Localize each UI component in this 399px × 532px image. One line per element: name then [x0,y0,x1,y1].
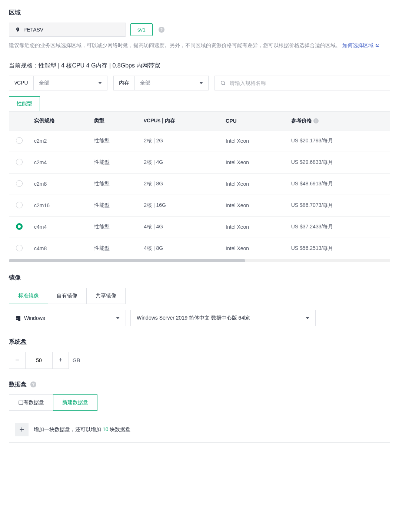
col-type: 类型 [90,112,139,130]
table-row[interactable]: c2m2 性能型 2核 | 2G Intel Xeon US $20.1793/… [9,130,390,152]
zone-button[interactable]: sv1 [130,23,153,36]
image-section: 镜像 标准镜像自有镜像共享镜像 Windows Windows Server 2… [9,274,390,326]
spec-price: US $48.6913/每月 [287,173,390,195]
data-disk-section: 数据盘 ? 已有数据盘新建数据盘 + 增加一块数据盘，还可以增加 10 块数据盘 [9,381,390,443]
spec-price: US $20.1793/每月 [287,130,390,152]
spec-type: 性能型 [90,238,139,259]
spec-price: US $56.2513/每月 [287,238,390,259]
add-disk-button[interactable]: + [15,423,29,436]
help-icon[interactable]: ? [30,381,36,387]
spec-radio[interactable] [16,180,23,187]
spec-cpu: Intel Xeon [221,216,287,238]
spec-radio[interactable] [16,137,23,144]
vcpu-filter[interactable]: vCPU 全部 [9,76,107,90]
horizontal-scrollbar[interactable] [9,259,390,262]
external-link-icon [375,43,379,48]
image-tabs: 标准镜像自有镜像共享镜像 [9,288,126,304]
spec-radio[interactable] [16,202,23,208]
table-row[interactable]: c4m8 性能型 4核 | 8G Intel Xeon US $56.2513/… [9,238,390,259]
col-cpu: CPU [221,112,287,130]
chevron-down-icon [306,317,309,319]
spec-vcpu: 4核 | 8G [139,238,221,259]
spec-name: c2m16 [30,195,90,216]
disk-size-input[interactable] [26,352,52,369]
col-vcpu: vCPUs | 内存 [139,112,221,130]
spec-name: c2m4 [30,152,90,173]
data-disk-title: 数据盘 ? [9,381,390,389]
search-icon [220,80,226,86]
spec-vcpu: 2核 | 2G [139,130,221,152]
spec-type: 性能型 [90,152,139,173]
data-disk-tabs: 已有数据盘新建数据盘 [9,394,97,411]
spec-name: c2m2 [30,130,90,152]
image-title: 镜像 [9,274,390,282]
spec-name: c4m4 [30,216,90,238]
spec-type: 性能型 [90,130,139,152]
region-section: 区域 PETASV sv1 ? 建议靠近您的业务区域选择区域，可以减少网络时延，… [9,9,390,50]
chevron-down-icon [116,317,120,319]
add-disk-text: 增加一块数据盘，还可以增加 10 块数据盘 [34,426,130,433]
spec-type: 性能型 [90,216,139,238]
spec-cpu: Intel Xeon [221,130,287,152]
spec-vcpu: 2核 | 8G [139,173,221,195]
spec-cpu: Intel Xeon [221,173,287,195]
spec-type: 性能型 [90,173,139,195]
region-name: PETASV [23,27,43,33]
col-name: 实例规格 [30,112,90,130]
disk-decrease-button[interactable]: − [9,352,26,369]
spec-radio[interactable] [16,159,23,165]
spec-search[interactable] [215,76,390,90]
add-disk-box: + 增加一块数据盘，还可以增加 10 块数据盘 [9,417,390,443]
spec-section: 当前规格：性能型 | 4 核CPU 4 G内存 | 0.8Gbps 内网带宽 v… [9,62,390,262]
table-row[interactable]: c2m8 性能型 2核 | 8G Intel Xeon US $48.6913/… [9,173,390,195]
table-row[interactable]: c4m4 性能型 4核 | 4G Intel Xeon US $37.2433/… [9,216,390,238]
region-hint: 建议靠近您的业务区域选择区域，可以减少网络时延，提高访问速度。另外，不同区域的资… [9,41,390,50]
spec-vcpu: 2核 | 4G [139,152,221,173]
table-row[interactable]: c2m4 性能型 2核 | 4G Intel Xeon US $29.6833/… [9,152,390,173]
info-icon[interactable]: i [313,118,319,123]
spec-vcpu: 2核 | 16G [139,195,221,216]
os-version-select[interactable]: Windows Server 2019 简体中文 数据中心版 64bit [130,310,316,326]
region-selector[interactable]: PETASV [9,23,126,37]
spec-price: US $29.6833/每月 [287,152,390,173]
spec-name: c2m8 [30,173,90,195]
spec-cpu: Intel Xeon [221,152,287,173]
system-disk-section: 系统盘 − + GB [9,338,390,369]
col-price: 参考价格i [287,112,390,130]
table-row[interactable]: c2m16 性能型 2核 | 16G Intel Xeon US $86.707… [9,195,390,216]
chevron-down-icon [199,82,203,84]
spec-cpu: Intel Xeon [221,195,287,216]
spec-type: 性能型 [90,195,139,216]
disk-unit: GB [73,357,80,363]
memory-filter[interactable]: 内存 全部 [113,76,209,90]
spec-current: 当前规格：性能型 | 4 核CPU 4 G内存 | 0.8Gbps 内网带宽 [9,62,390,70]
spec-search-input[interactable] [230,76,385,90]
windows-icon [15,315,21,321]
image-tab[interactable]: 自有镜像 [48,288,87,304]
image-tab[interactable]: 标准镜像 [9,288,48,304]
help-icon[interactable]: ? [159,27,164,33]
spec-cpu: Intel Xeon [221,238,287,259]
data-disk-tab[interactable]: 新建数据盘 [53,394,97,411]
svg-point-0 [221,81,224,84]
system-disk-title: 系统盘 [9,338,390,346]
data-disk-tab[interactable]: 已有数据盘 [9,395,53,410]
type-tab-performance[interactable]: 性能型 [9,96,40,111]
region-title: 区域 [9,9,390,17]
spec-price: US $37.2433/每月 [287,216,390,238]
spec-radio[interactable] [16,245,23,251]
region-help-link[interactable]: 如何选择区域 [342,41,379,50]
spec-table: 实例规格 类型 vCPUs | 内存 CPU 参考价格i c2m2 性能型 2核… [9,111,390,262]
spec-price: US $86.7073/每月 [287,195,390,216]
spec-vcpu: 4核 | 4G [139,216,221,238]
os-select[interactable]: Windows [9,310,126,326]
chevron-down-icon [98,82,102,84]
image-tab[interactable]: 共享镜像 [87,288,125,304]
disk-increase-button[interactable]: + [52,352,69,369]
spec-radio[interactable] [16,223,23,230]
location-pin-icon [15,27,20,32]
spec-name: c4m8 [30,238,90,259]
